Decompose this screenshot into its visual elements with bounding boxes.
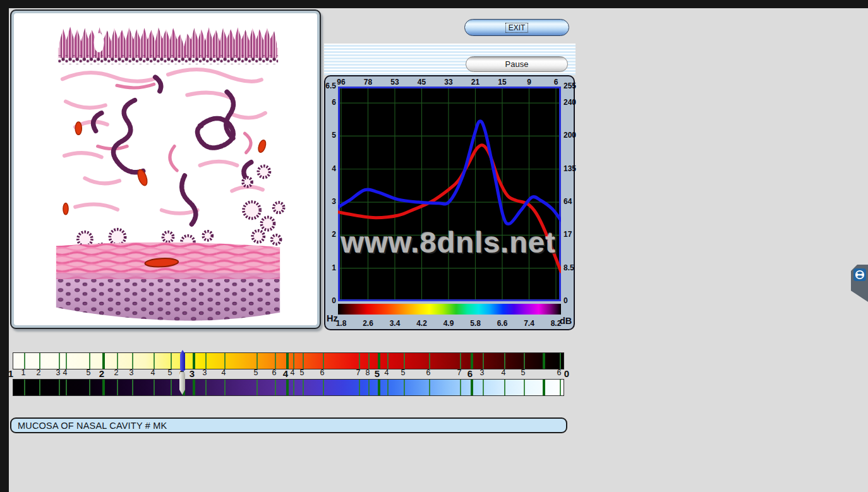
ruler-tick: [483, 353, 484, 369]
ruler-tick: [378, 353, 380, 369]
left-axis-tick: 6: [325, 98, 336, 107]
spectrum-chart-panel: Hz dB 96785345332115961.82.63.44.24.95.8…: [324, 75, 575, 330]
ruler-tick: [286, 353, 289, 369]
ruler-tick: [59, 380, 60, 395]
ruler-number: 4: [63, 368, 68, 377]
ruler-tick: [154, 380, 155, 395]
plot-area: [338, 87, 561, 301]
ruler-tick: [543, 353, 545, 369]
db-label: dB: [560, 316, 572, 326]
ruler-number: 8: [366, 368, 370, 377]
exit-button-label: EXIT: [505, 23, 529, 33]
ruler-tick: [132, 353, 133, 369]
ruler-marker-top[interactable]: [180, 350, 185, 371]
ruler-top-bar[interactable]: [13, 352, 564, 369]
ruler-tick: [24, 380, 25, 395]
ruler-number: 2: [114, 368, 119, 377]
ruler-number: 4: [151, 368, 155, 377]
ruler-tick: [387, 380, 389, 395]
ruler-tick: [303, 380, 304, 395]
top-axis-tick: 96: [337, 78, 345, 87]
ruler-tick: [323, 353, 324, 369]
ruler-tick: [39, 353, 40, 369]
ruler-tick: [483, 380, 484, 395]
pause-button[interactable]: Pause: [466, 56, 568, 72]
ruler-number: 5: [254, 368, 258, 377]
ruler-number: 5: [401, 368, 406, 377]
top-axis-tick: 15: [498, 78, 506, 87]
ruler-tick: [286, 380, 289, 395]
right-axis-tick: 17: [564, 230, 572, 239]
ruler-tick: [132, 380, 133, 395]
ruler-tick: [117, 353, 118, 369]
ruler-tick: [429, 353, 430, 369]
right-axis-tick: 240: [564, 98, 576, 107]
ruler-bottom-bar[interactable]: [13, 379, 564, 396]
ruler-tick: [24, 353, 25, 369]
top-axis-tick: 53: [390, 78, 399, 87]
ruler-tick: [193, 353, 195, 369]
ruler-tick: [471, 353, 473, 369]
ruler-tick: [39, 380, 40, 395]
left-axis-tick: 3: [325, 197, 336, 206]
histology-panel: [10, 9, 321, 329]
ruler-number: 7: [457, 368, 462, 377]
ruler-number: 3: [130, 368, 134, 377]
ruler-tick: [171, 380, 172, 395]
ruler-number: 6: [272, 368, 277, 377]
ruler-tick: [117, 380, 118, 395]
left-axis-tick: 0: [325, 296, 336, 305]
ruler-number: 5: [300, 368, 304, 377]
ruler-number: 3: [203, 368, 207, 377]
teamviewer-icon: [853, 268, 866, 281]
ruler-tick: [524, 380, 525, 395]
ruler-number: 1: [21, 368, 26, 377]
ruler-tick: [256, 353, 258, 369]
exit-button[interactable]: EXIT: [464, 19, 569, 36]
right-axis-tick: 200: [564, 131, 576, 140]
rainbow-bar: [338, 304, 561, 315]
ruler-tick: [66, 380, 67, 395]
right-axis-tick: 0: [564, 296, 568, 305]
left-axis-tick: 5: [325, 131, 336, 140]
ruler-tick: [543, 380, 545, 395]
ruler-number: 4: [385, 368, 389, 377]
ruler-tick: [193, 380, 195, 395]
bottom-axis-tick: 8.2: [551, 319, 562, 328]
ruler-tick: [368, 353, 370, 369]
ruler-tick: [504, 380, 505, 395]
remote-control-tab[interactable]: [851, 265, 868, 302]
ruler-tick: [323, 380, 324, 395]
ruler-tick: [102, 380, 105, 395]
ruler-number: 2: [99, 368, 104, 379]
ruler-number: 3: [480, 368, 485, 377]
top-axis-tick: 78: [364, 78, 372, 87]
ruler-tick: [560, 353, 561, 369]
left-axis-tick: 1: [325, 263, 336, 272]
ruler-scale-numbers: 1123452234563345644567854567634560: [0, 368, 581, 379]
histology-image: [39, 18, 297, 325]
ruler-number: 7: [356, 368, 361, 377]
ruler-tick: [460, 380, 461, 395]
ruler-tick: [205, 353, 207, 369]
ruler-tick: [378, 380, 380, 395]
pause-button-label: Pause: [505, 59, 529, 69]
ruler-tick: [560, 380, 561, 395]
left-axis-tick: 4: [325, 164, 336, 173]
ruler-tick: [154, 353, 155, 369]
histology-image-area: [14, 13, 317, 325]
ruler-tick: [66, 353, 67, 369]
ruler-number: 0: [564, 368, 569, 379]
ruler-number: 1: [8, 368, 13, 379]
bottom-axis-tick: 2.6: [363, 319, 373, 328]
bottom-axis-tick: 7.4: [524, 319, 534, 328]
top-axis-tick: 45: [418, 78, 426, 87]
bottom-axis-tick: 3.4: [390, 319, 401, 328]
ruler-tick: [102, 353, 105, 369]
ruler-tick: [460, 353, 461, 369]
status-text: MUCOSA OF NASAL CAVITY # MK: [18, 421, 167, 431]
ruler-tick: [293, 353, 294, 369]
left-axis-tick: 6.5: [325, 81, 336, 90]
bottom-axis-tick: 5.8: [470, 319, 481, 328]
bottom-axis-tick: 1.8: [336, 319, 347, 328]
